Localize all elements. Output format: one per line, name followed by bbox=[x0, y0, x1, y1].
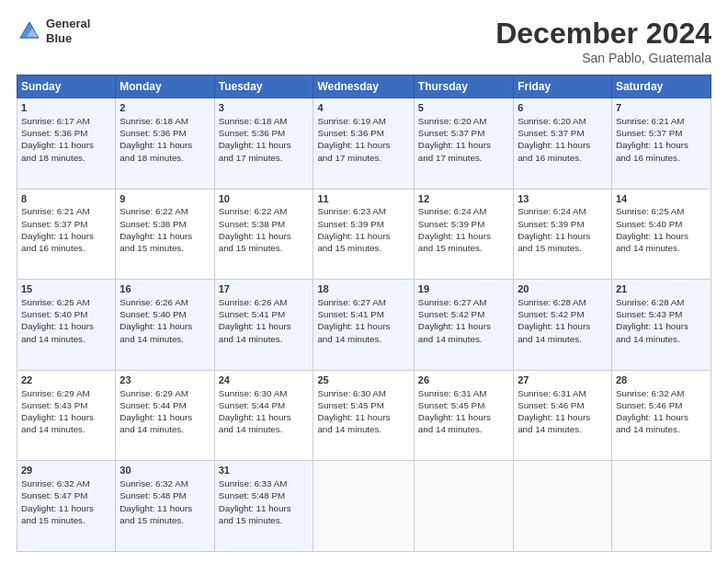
day-info: Sunrise: 6:31 AMSunset: 5:46 PMDaylight:… bbox=[518, 387, 608, 436]
col-wednesday: Wednesday bbox=[313, 75, 414, 98]
day-info: Sunrise: 6:20 AMSunset: 5:37 PMDaylight:… bbox=[518, 115, 608, 164]
table-row: 18Sunrise: 6:27 AMSunset: 5:41 PMDayligh… bbox=[313, 280, 414, 371]
day-number: 24 bbox=[219, 373, 310, 387]
calendar-row-4: 22Sunrise: 6:29 AMSunset: 5:43 PMDayligh… bbox=[17, 370, 711, 461]
day-info: Sunrise: 6:28 AMSunset: 5:42 PMDaylight:… bbox=[518, 296, 608, 345]
table-row: 27Sunrise: 6:31 AMSunset: 5:46 PMDayligh… bbox=[514, 370, 612, 461]
day-number: 27 bbox=[518, 373, 608, 387]
day-info: Sunrise: 6:32 AMSunset: 5:46 PMDaylight:… bbox=[616, 387, 707, 436]
day-info: Sunrise: 6:21 AMSunset: 5:37 PMDaylight:… bbox=[616, 115, 707, 164]
logo: General Blue bbox=[17, 17, 90, 45]
day-info: Sunrise: 6:31 AMSunset: 5:45 PMDaylight:… bbox=[418, 387, 509, 436]
table-row: 13Sunrise: 6:24 AMSunset: 5:39 PMDayligh… bbox=[514, 189, 612, 280]
calendar-row-2: 8Sunrise: 6:21 AMSunset: 5:37 PMDaylight… bbox=[17, 189, 711, 280]
col-friday: Friday bbox=[514, 75, 612, 98]
table-row: 3Sunrise: 6:18 AMSunset: 5:36 PMDaylight… bbox=[214, 98, 313, 190]
day-info: Sunrise: 6:29 AMSunset: 5:44 PMDaylight:… bbox=[119, 387, 210, 436]
day-info: Sunrise: 6:18 AMSunset: 5:36 PMDaylight:… bbox=[219, 115, 310, 164]
day-number: 26 bbox=[418, 373, 509, 387]
col-monday: Monday bbox=[116, 75, 214, 98]
table-row: 30Sunrise: 6:32 AMSunset: 5:48 PMDayligh… bbox=[116, 461, 214, 552]
table-row: 20Sunrise: 6:28 AMSunset: 5:42 PMDayligh… bbox=[514, 280, 612, 371]
table-row: 11Sunrise: 6:23 AMSunset: 5:39 PMDayligh… bbox=[313, 189, 414, 280]
header: General Blue December 2024 San Pablo, Gu… bbox=[17, 17, 711, 65]
day-info: Sunrise: 6:27 AMSunset: 5:42 PMDaylight:… bbox=[418, 296, 509, 345]
day-number: 21 bbox=[616, 282, 707, 296]
day-info: Sunrise: 6:29 AMSunset: 5:43 PMDaylight:… bbox=[21, 387, 111, 436]
logo-icon bbox=[17, 18, 42, 44]
day-info: Sunrise: 6:27 AMSunset: 5:41 PMDaylight:… bbox=[317, 296, 409, 345]
table-row: 21Sunrise: 6:28 AMSunset: 5:43 PMDayligh… bbox=[611, 280, 711, 371]
day-number: 5 bbox=[418, 101, 509, 115]
day-info: Sunrise: 6:26 AMSunset: 5:40 PMDaylight:… bbox=[119, 296, 210, 345]
col-thursday: Thursday bbox=[414, 75, 513, 98]
table-row: 15Sunrise: 6:25 AMSunset: 5:40 PMDayligh… bbox=[17, 280, 116, 371]
day-info: Sunrise: 6:24 AMSunset: 5:39 PMDaylight:… bbox=[418, 205, 509, 254]
day-info: Sunrise: 6:28 AMSunset: 5:43 PMDaylight:… bbox=[616, 296, 707, 345]
day-number: 8 bbox=[21, 192, 111, 206]
table-row: 28Sunrise: 6:32 AMSunset: 5:46 PMDayligh… bbox=[611, 370, 711, 461]
calendar: Sunday Monday Tuesday Wednesday Thursday… bbox=[17, 75, 711, 552]
calendar-row-5: 29Sunrise: 6:32 AMSunset: 5:47 PMDayligh… bbox=[17, 461, 711, 552]
location: San Pablo, Guatemala bbox=[495, 51, 711, 65]
day-number: 16 bbox=[119, 282, 210, 296]
table-row: 10Sunrise: 6:22 AMSunset: 5:38 PMDayligh… bbox=[214, 189, 313, 280]
table-row: 14Sunrise: 6:25 AMSunset: 5:40 PMDayligh… bbox=[611, 189, 711, 280]
table-row: 8Sunrise: 6:21 AMSunset: 5:37 PMDaylight… bbox=[17, 189, 116, 280]
day-info: Sunrise: 6:32 AMSunset: 5:47 PMDaylight:… bbox=[21, 477, 111, 526]
day-number: 4 bbox=[317, 101, 409, 115]
table-row: 16Sunrise: 6:26 AMSunset: 5:40 PMDayligh… bbox=[116, 280, 214, 371]
day-info: Sunrise: 6:22 AMSunset: 5:38 PMDaylight:… bbox=[119, 205, 210, 254]
day-number: 9 bbox=[119, 192, 210, 206]
day-number: 15 bbox=[21, 282, 111, 296]
table-row: 6Sunrise: 6:20 AMSunset: 5:37 PMDaylight… bbox=[514, 98, 612, 190]
col-tuesday: Tuesday bbox=[214, 75, 313, 98]
day-info: Sunrise: 6:22 AMSunset: 5:38 PMDaylight:… bbox=[219, 205, 310, 254]
logo-line2: Blue bbox=[46, 31, 90, 46]
day-number: 23 bbox=[119, 373, 210, 387]
day-number: 7 bbox=[616, 101, 707, 115]
col-sunday: Sunday bbox=[17, 75, 116, 98]
day-info: Sunrise: 6:25 AMSunset: 5:40 PMDaylight:… bbox=[616, 205, 707, 254]
logo-text: General Blue bbox=[46, 17, 90, 45]
table-row bbox=[514, 461, 612, 552]
table-row: 19Sunrise: 6:27 AMSunset: 5:42 PMDayligh… bbox=[414, 280, 513, 371]
day-number: 30 bbox=[119, 464, 210, 477]
table-row: 22Sunrise: 6:29 AMSunset: 5:43 PMDayligh… bbox=[17, 370, 116, 461]
month-title: December 2024 bbox=[495, 17, 711, 51]
title-block: December 2024 San Pablo, Guatemala bbox=[495, 17, 711, 65]
col-saturday: Saturday bbox=[611, 75, 711, 98]
table-row: 23Sunrise: 6:29 AMSunset: 5:44 PMDayligh… bbox=[116, 370, 214, 461]
table-row: 1Sunrise: 6:17 AMSunset: 5:36 PMDaylight… bbox=[17, 98, 116, 190]
day-info: Sunrise: 6:33 AMSunset: 5:48 PMDaylight:… bbox=[219, 477, 310, 526]
table-row bbox=[313, 461, 414, 552]
day-number: 3 bbox=[219, 101, 310, 115]
day-number: 2 bbox=[119, 101, 210, 115]
day-number: 14 bbox=[616, 192, 707, 206]
table-row: 29Sunrise: 6:32 AMSunset: 5:47 PMDayligh… bbox=[17, 461, 116, 552]
calendar-header-row: Sunday Monday Tuesday Wednesday Thursday… bbox=[17, 75, 711, 98]
table-row: 26Sunrise: 6:31 AMSunset: 5:45 PMDayligh… bbox=[414, 370, 513, 461]
table-row: 31Sunrise: 6:33 AMSunset: 5:48 PMDayligh… bbox=[214, 461, 313, 552]
logo-line1: General bbox=[46, 17, 90, 31]
table-row: 12Sunrise: 6:24 AMSunset: 5:39 PMDayligh… bbox=[414, 189, 513, 280]
day-number: 20 bbox=[518, 282, 608, 296]
table-row: 7Sunrise: 6:21 AMSunset: 5:37 PMDaylight… bbox=[611, 98, 711, 190]
day-info: Sunrise: 6:24 AMSunset: 5:39 PMDaylight:… bbox=[518, 205, 608, 254]
day-info: Sunrise: 6:25 AMSunset: 5:40 PMDaylight:… bbox=[21, 296, 111, 345]
day-info: Sunrise: 6:23 AMSunset: 5:39 PMDaylight:… bbox=[317, 205, 409, 254]
calendar-row-3: 15Sunrise: 6:25 AMSunset: 5:40 PMDayligh… bbox=[17, 280, 711, 371]
day-info: Sunrise: 6:21 AMSunset: 5:37 PMDaylight:… bbox=[21, 205, 111, 254]
day-number: 12 bbox=[418, 192, 509, 206]
day-info: Sunrise: 6:18 AMSunset: 5:36 PMDaylight:… bbox=[119, 115, 210, 164]
day-info: Sunrise: 6:19 AMSunset: 5:36 PMDaylight:… bbox=[317, 115, 409, 164]
day-number: 19 bbox=[418, 282, 509, 296]
day-info: Sunrise: 6:32 AMSunset: 5:48 PMDaylight:… bbox=[119, 477, 210, 526]
page: General Blue December 2024 San Pablo, Gu… bbox=[0, 0, 728, 563]
day-number: 10 bbox=[219, 192, 310, 206]
table-row: 4Sunrise: 6:19 AMSunset: 5:36 PMDaylight… bbox=[313, 98, 414, 190]
day-number: 28 bbox=[616, 373, 707, 387]
day-info: Sunrise: 6:17 AMSunset: 5:36 PMDaylight:… bbox=[21, 115, 111, 164]
table-row: 25Sunrise: 6:30 AMSunset: 5:45 PMDayligh… bbox=[313, 370, 414, 461]
table-row: 9Sunrise: 6:22 AMSunset: 5:38 PMDaylight… bbox=[116, 189, 214, 280]
